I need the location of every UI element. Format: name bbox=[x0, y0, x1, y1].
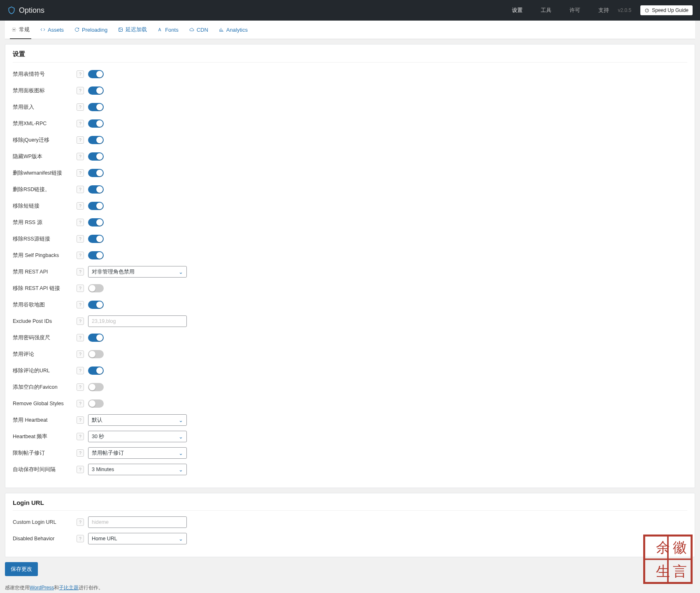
toggle-disable_self_pingbacks[interactable] bbox=[88, 251, 104, 259]
help-icon[interactable]: ? bbox=[77, 301, 84, 308]
footer-credit: 感谢您使用WordPress和子比主题进行创作。 bbox=[5, 584, 695, 591]
toggle-disable_emojis[interactable] bbox=[88, 70, 104, 78]
help-icon[interactable]: ? bbox=[77, 202, 84, 210]
help-icon[interactable]: ? bbox=[77, 433, 84, 440]
help-icon[interactable]: ? bbox=[77, 153, 84, 160]
toggle-knob bbox=[89, 384, 95, 390]
label-heartbeat_frequency: Heartbeat 频率 bbox=[13, 433, 77, 440]
help-icon[interactable]: ? bbox=[77, 416, 84, 424]
toggle-disable_comments[interactable] bbox=[88, 350, 104, 358]
label-hide_wp_version: 隐藏WP版本 bbox=[13, 153, 77, 160]
toggle-hide_wp_version[interactable] bbox=[88, 152, 104, 161]
toggle-knob bbox=[96, 104, 103, 110]
footer-mid: 和 bbox=[54, 585, 59, 591]
control-disable_heartbeat: 默认⌄ bbox=[88, 414, 187, 426]
tab-cdn[interactable]: CDN bbox=[188, 22, 210, 38]
toggle-disable_embeds[interactable] bbox=[88, 103, 104, 111]
label-remove_comment_url: 移除评论的URL bbox=[13, 367, 77, 374]
select-value-limit_post_revisions: 禁用帖子修订 bbox=[92, 450, 124, 457]
help-icon[interactable]: ? bbox=[77, 70, 84, 78]
footer-link-wordpress[interactable]: WordPress bbox=[30, 585, 54, 591]
control-disable_emojis bbox=[88, 70, 104, 78]
label-remove_rss_links: 移除RSS源链接 bbox=[13, 236, 77, 243]
help-icon[interactable]: ? bbox=[77, 400, 84, 407]
help-icon[interactable]: ? bbox=[77, 87, 84, 94]
help-icon[interactable]: ? bbox=[77, 268, 84, 275]
help-icon[interactable]: ? bbox=[77, 252, 84, 259]
toggle-disable_pw_strength[interactable] bbox=[88, 334, 104, 342]
svg-text:生: 生 bbox=[656, 564, 670, 579]
toggle-remove_wlwmanifest[interactable] bbox=[88, 169, 104, 177]
hdr-nav-tools[interactable]: 工具 bbox=[541, 7, 551, 14]
label-disable_xmlrpc: 禁用XML-RPC bbox=[13, 120, 77, 127]
tab-analytics[interactable]: Analytics bbox=[217, 22, 249, 38]
login-url-panel: Login URL Custom Login URL?Disabled Beha… bbox=[5, 493, 695, 557]
control-add_blank_favicon bbox=[88, 383, 104, 391]
toggle-remove_comment_url[interactable] bbox=[88, 367, 104, 375]
toggle-knob bbox=[89, 285, 95, 292]
help-icon[interactable]: ? bbox=[77, 169, 84, 177]
footer-link-theme[interactable]: 子比主题 bbox=[59, 585, 79, 591]
help-icon[interactable]: ? bbox=[77, 466, 84, 473]
app-title: Options bbox=[19, 6, 44, 15]
tab-fonts[interactable]: Fonts bbox=[156, 22, 180, 38]
save-button[interactable]: 保存更改 bbox=[5, 562, 38, 576]
help-icon[interactable]: ? bbox=[77, 219, 84, 226]
chevron-down-icon: ⌄ bbox=[179, 417, 183, 423]
select-disable_heartbeat[interactable]: 默认⌄ bbox=[88, 414, 187, 426]
help-icon[interactable]: ? bbox=[77, 383, 84, 391]
hdr-nav-license[interactable]: 许可 bbox=[570, 7, 580, 14]
toggle-disable_rss[interactable] bbox=[88, 218, 104, 226]
help-icon[interactable]: ? bbox=[77, 120, 84, 127]
help-icon[interactable]: ? bbox=[77, 103, 84, 111]
help-icon[interactable]: ? bbox=[77, 235, 84, 243]
control-remove_shortlink bbox=[88, 202, 104, 210]
setting-row-disable_heartbeat: 禁用 Heartbeat?默认⌄ bbox=[13, 412, 687, 428]
help-icon[interactable]: ? bbox=[77, 535, 84, 542]
toggle-disable_xmlrpc[interactable] bbox=[88, 119, 104, 128]
speed-up-guide-button[interactable]: Speed Up Guide bbox=[640, 5, 693, 15]
help-icon[interactable]: ? bbox=[77, 318, 84, 325]
help-icon[interactable]: ? bbox=[77, 350, 84, 358]
setting-row-disable_comments: 禁用评论? bbox=[13, 346, 687, 362]
toggle-add_blank_favicon[interactable] bbox=[88, 383, 104, 391]
toggle-remove_rest_api_links[interactable] bbox=[88, 284, 104, 292]
select-limit_post_revisions[interactable]: 禁用帖子修订⌄ bbox=[88, 447, 187, 459]
help-icon[interactable]: ? bbox=[77, 334, 84, 341]
label-remove_jquery_migrate: 移除jQuery迁移 bbox=[13, 137, 77, 144]
tab-preloading[interactable]: Preloading bbox=[73, 22, 109, 38]
toggle-disable_dashicons[interactable] bbox=[88, 86, 104, 95]
tab-general[interactable]: 常规 bbox=[10, 21, 31, 39]
control-remove_rss_links bbox=[88, 235, 104, 243]
select-value-disable_heartbeat: 默认 bbox=[92, 417, 102, 424]
tab-assets[interactable]: Assets bbox=[39, 22, 65, 38]
help-icon[interactable]: ? bbox=[77, 367, 84, 374]
help-icon[interactable]: ? bbox=[77, 136, 84, 144]
toggle-remove_rsd[interactable] bbox=[88, 185, 104, 194]
label-disable_self_pingbacks: 禁用 Self Pingbacks bbox=[13, 252, 77, 259]
hdr-nav-support[interactable]: 支持 bbox=[598, 7, 609, 14]
help-icon[interactable]: ? bbox=[77, 186, 84, 193]
input-custom_login_url[interactable] bbox=[88, 516, 187, 528]
toggle-remove_global_styles[interactable] bbox=[88, 399, 104, 408]
select-heartbeat_frequency[interactable]: 30 秒⌄ bbox=[88, 431, 187, 442]
toggle-remove_jquery_migrate[interactable] bbox=[88, 136, 104, 144]
toggle-remove_rss_links[interactable] bbox=[88, 235, 104, 243]
help-icon[interactable]: ? bbox=[77, 518, 84, 526]
help-icon[interactable]: ? bbox=[77, 285, 84, 292]
header-left: Options bbox=[7, 6, 44, 15]
select-autosave_interval[interactable]: 3 Minutes⌄ bbox=[88, 464, 187, 475]
help-icon[interactable]: ? bbox=[77, 449, 84, 457]
control-hide_wp_version bbox=[88, 152, 104, 161]
toggle-disable_google_maps[interactable] bbox=[88, 301, 104, 309]
setting-row-add_blank_favicon: 添加空白的Favicon? bbox=[13, 379, 687, 395]
hdr-nav-settings[interactable]: 设置 bbox=[512, 7, 523, 14]
input-exclude_post_ids[interactable] bbox=[88, 315, 187, 327]
select-disable_rest_api[interactable]: 对非管理角色禁用⌄ bbox=[88, 266, 187, 278]
toggle-remove_shortlink[interactable] bbox=[88, 202, 104, 210]
select-disabled_behavior[interactable]: Home URL⌄ bbox=[88, 533, 187, 544]
setting-row-remove_shortlink: 移除短链接? bbox=[13, 198, 687, 214]
toggle-knob bbox=[96, 120, 103, 127]
tab-lazyload[interactable]: 延迟加载 bbox=[116, 21, 149, 38]
setting-row-limit_post_revisions: 限制帖子修订?禁用帖子修订⌄ bbox=[13, 445, 687, 461]
